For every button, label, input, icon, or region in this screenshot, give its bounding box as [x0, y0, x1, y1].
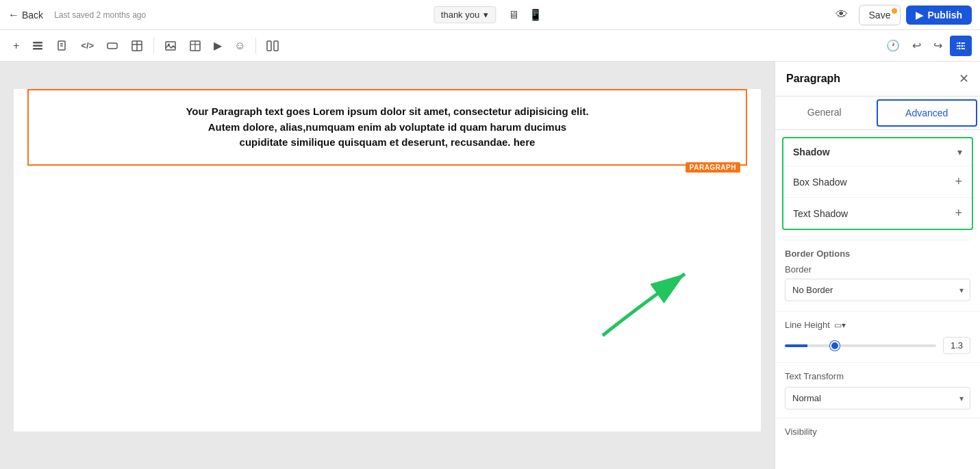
- split-icon: [266, 40, 279, 52]
- svg-point-22: [958, 47, 961, 50]
- split-button[interactable]: [262, 36, 284, 56]
- text-shadow-item: Text Shadow +: [783, 197, 972, 229]
- layout-icon: [131, 40, 143, 52]
- header-center: thank you ▾ 🖥 📱: [434, 5, 546, 24]
- panel-close-button[interactable]: ✕: [959, 71, 969, 86]
- border-select[interactable]: No Border Solid Dashed Dotted: [785, 279, 970, 301]
- desktop-view-button[interactable]: 🖥: [504, 5, 523, 24]
- save-button[interactable]: Save: [859, 5, 901, 25]
- element-settings-button[interactable]: [950, 36, 972, 56]
- svg-rect-1: [33, 45, 42, 47]
- redo-button[interactable]: ↪: [929, 35, 947, 56]
- paragraph-element[interactable]: Your Paragraph text goes Lorem ipsum dol…: [27, 89, 747, 166]
- toolbar-divider-2: [255, 38, 256, 54]
- table-button[interactable]: [184, 36, 206, 56]
- layers-button[interactable]: [27, 36, 49, 56]
- saved-status: Last saved 2 months ago: [54, 10, 146, 20]
- undo-button[interactable]: ↩: [907, 35, 926, 56]
- line-height-header: Line Height ▭▾: [785, 320, 970, 330]
- visibility-label: Visibility: [785, 427, 970, 437]
- image-icon: [164, 40, 177, 52]
- box-shadow-label: Box Shadow: [793, 177, 847, 188]
- back-label: Back: [22, 10, 43, 21]
- page-name-chevron-icon: ▾: [483, 10, 488, 20]
- publish-button[interactable]: ▶ Publish: [906, 5, 972, 25]
- add-text-shadow-button[interactable]: +: [955, 206, 962, 220]
- canvas-page: Your Paragraph text goes Lorem ipsum dol…: [14, 89, 761, 431]
- add-box-shadow-button[interactable]: +: [955, 175, 962, 189]
- editor-toolbar: + </>: [0, 30, 980, 62]
- panel-title: Paragraph: [786, 73, 840, 85]
- page-name-selector[interactable]: thank you ▾: [434, 6, 496, 23]
- line-height-controls: 1.3: [785, 337, 970, 354]
- preview-button[interactable]: 👁: [830, 5, 853, 25]
- shadow-section-header[interactable]: Shadow ▾: [783, 138, 972, 166]
- arrow-annotation: [596, 253, 705, 345]
- svg-rect-16: [274, 41, 278, 51]
- text-transform-select-wrapper: Normal Uppercase Lowercase Capitalize ▾: [785, 387, 970, 409]
- border-options-section: Border Options Border No Border Solid Da…: [775, 237, 980, 311]
- border-options-title: Border Options: [785, 240, 970, 264]
- svg-rect-6: [108, 43, 117, 49]
- toolbar-divider-1: [153, 38, 154, 54]
- layers-icon: [32, 40, 44, 52]
- sliders-icon: [955, 40, 967, 52]
- tab-advanced[interactable]: Advanced: [877, 99, 978, 127]
- view-toggle-group: 🖥 📱: [504, 5, 546, 24]
- text-transform-section: Text Transform Normal Uppercase Lowercas…: [775, 362, 980, 418]
- form-button[interactable]: [101, 36, 123, 56]
- header-actions: 👁 Save ▶ Publish: [830, 5, 972, 25]
- line-height-label: Line Height: [785, 320, 830, 330]
- border-label: Border: [785, 264, 970, 275]
- text-transform-label: Text Transform: [785, 371, 970, 381]
- back-arrow-icon: ←: [8, 9, 19, 21]
- publish-icon: ▶: [916, 10, 923, 21]
- video-button[interactable]: ▶: [209, 35, 227, 56]
- svg-rect-0: [33, 42, 42, 44]
- visibility-section: Visibility: [775, 418, 980, 445]
- text-shadow-label: Text Shadow: [793, 208, 848, 219]
- border-select-wrapper: No Border Solid Dashed Dotted ▾: [785, 279, 970, 301]
- mobile-view-button[interactable]: 📱: [525, 5, 546, 24]
- top-header: ← Back Last saved 2 months ago thank you…: [0, 0, 980, 30]
- line-height-value: 1.3: [943, 337, 970, 354]
- tab-general[interactable]: General: [775, 97, 874, 129]
- panel-header: Paragraph ✕: [775, 62, 980, 97]
- history-button[interactable]: 🕐: [881, 35, 905, 56]
- shadow-section-title: Shadow: [793, 147, 830, 157]
- shadow-toggle-button[interactable]: ▾: [957, 147, 962, 157]
- emoji-button[interactable]: ☺: [229, 36, 250, 56]
- image-button[interactable]: [160, 36, 181, 56]
- panel-tabs: General Advanced: [775, 97, 980, 130]
- line-height-section: Line Height ▭▾ 1.3: [775, 311, 980, 362]
- svg-point-21: [961, 45, 964, 47]
- shadow-section: Shadow ▾ Box Shadow + Text Shadow +: [782, 137, 973, 230]
- table-icon: [189, 40, 201, 52]
- canvas-area[interactable]: Your Paragraph text goes Lorem ipsum dol…: [0, 62, 775, 469]
- pages-button[interactable]: [51, 36, 73, 56]
- svg-rect-2: [33, 48, 42, 50]
- line-height-icon: ▭▾: [834, 320, 846, 330]
- box-shadow-item: Box Shadow +: [783, 166, 972, 197]
- svg-rect-15: [267, 41, 271, 51]
- code-button[interactable]: </>: [76, 36, 99, 55]
- unsaved-indicator: [892, 8, 897, 14]
- pages-icon: [56, 40, 68, 52]
- right-panel: Paragraph ✕ General Advanced Shadow ▾ Bo…: [775, 62, 980, 469]
- back-button[interactable]: ← Back: [8, 9, 43, 21]
- text-transform-select[interactable]: Normal Uppercase Lowercase Capitalize: [785, 387, 970, 409]
- paragraph-badge: PARAGRAPH: [686, 162, 740, 173]
- svg-point-20: [958, 42, 961, 45]
- main-content: Your Paragraph text goes Lorem ipsum dol…: [0, 62, 980, 469]
- line-height-slider[interactable]: [785, 344, 936, 347]
- form-icon: [106, 40, 118, 52]
- add-element-button[interactable]: +: [8, 36, 24, 56]
- layout-button[interactable]: [126, 36, 148, 56]
- page-name-label: thank you: [441, 10, 479, 20]
- paragraph-text: Your Paragraph text goes Lorem ipsum dol…: [42, 104, 732, 151]
